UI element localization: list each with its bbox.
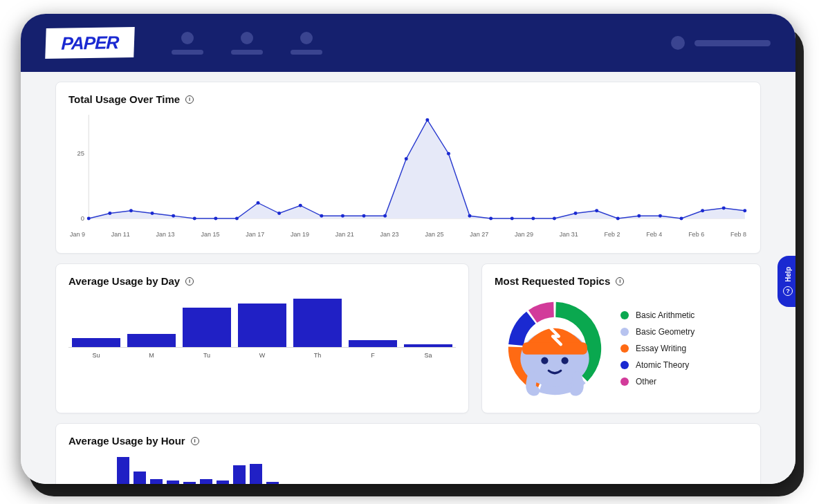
legend-swatch bbox=[620, 377, 629, 386]
svg-point-18 bbox=[383, 214, 387, 218]
day-bar bbox=[72, 338, 120, 347]
hour-bar bbox=[250, 464, 262, 485]
info-icon[interactable]: i bbox=[185, 95, 194, 104]
topics-legend: Basic ArithmeticBasic GeometryEssay Writ… bbox=[620, 310, 694, 386]
x-tick-label: Feb 4 bbox=[646, 231, 662, 238]
svg-point-9 bbox=[193, 217, 196, 221]
legend-swatch bbox=[620, 328, 629, 336]
x-tick-label: Jan 27 bbox=[470, 231, 488, 238]
x-tick-label: Jan 29 bbox=[515, 231, 533, 238]
svg-point-8 bbox=[172, 214, 175, 218]
svg-point-19 bbox=[405, 157, 408, 160]
info-icon[interactable]: i bbox=[185, 277, 194, 286]
title-usage-by-day: Average Usage by Day bbox=[68, 275, 180, 287]
svg-point-17 bbox=[362, 214, 366, 218]
day-label: Th bbox=[290, 352, 345, 359]
day-label: Su bbox=[68, 352, 124, 359]
nav-item-2[interactable] bbox=[231, 32, 263, 55]
info-icon[interactable]: i bbox=[616, 277, 624, 286]
user-menu[interactable] bbox=[671, 36, 771, 50]
svg-point-29 bbox=[616, 217, 620, 221]
brand-logo-text: PAPER bbox=[61, 32, 119, 54]
legend-label: Essay Writing bbox=[636, 344, 686, 353]
svg-point-38 bbox=[541, 357, 548, 364]
x-tick-label: Jan 17 bbox=[246, 231, 264, 238]
legend-item: Basic Geometry bbox=[620, 327, 694, 337]
legend-label: Other bbox=[636, 377, 656, 386]
info-icon[interactable]: i bbox=[191, 437, 199, 445]
x-tick-label: Jan 31 bbox=[560, 231, 578, 238]
day-label: W bbox=[234, 352, 290, 359]
card-usage-by-day: Average Usage by Day i SuMTuWThFSa bbox=[55, 263, 469, 413]
chart-usage-over-time: 025 Jan 9Jan 11Jan 13Jan 15Jan 17Jan 19J… bbox=[68, 111, 748, 242]
svg-point-7 bbox=[151, 212, 154, 215]
chart-topics-donut bbox=[504, 298, 605, 399]
legend-swatch bbox=[620, 311, 629, 319]
hour-bar bbox=[117, 457, 129, 484]
brand-logo[interactable]: PAPER bbox=[45, 27, 135, 59]
svg-point-15 bbox=[320, 214, 323, 218]
svg-point-24 bbox=[510, 217, 514, 221]
dashboard-content: Total Usage Over Time i 025 Jan 9Jan 11J… bbox=[21, 72, 795, 484]
hour-bar bbox=[217, 480, 229, 484]
svg-point-31 bbox=[659, 214, 662, 218]
hour-bar bbox=[183, 482, 196, 484]
nav-item-1[interactable] bbox=[172, 32, 203, 55]
legend-swatch bbox=[620, 361, 629, 369]
x-tick-label: Jan 9 bbox=[70, 231, 85, 238]
legend-label: Basic Geometry bbox=[636, 327, 694, 337]
svg-point-13 bbox=[277, 212, 281, 215]
avatar-icon bbox=[671, 36, 685, 50]
legend-item: Essay Writing bbox=[620, 344, 694, 353]
day-bar bbox=[238, 304, 286, 347]
hour-bar bbox=[134, 472, 146, 484]
svg-point-32 bbox=[680, 217, 683, 221]
x-tick-label: Jan 19 bbox=[291, 231, 309, 238]
svg-point-21 bbox=[447, 152, 450, 156]
mascot-icon bbox=[504, 298, 605, 399]
svg-point-5 bbox=[108, 212, 111, 215]
day-bar bbox=[349, 340, 397, 347]
x-tick-label: Jan 11 bbox=[111, 231, 130, 238]
x-tick-label: Feb 8 bbox=[730, 231, 746, 238]
svg-point-12 bbox=[257, 201, 260, 205]
user-placeholder bbox=[694, 40, 771, 46]
nav-group bbox=[172, 32, 322, 55]
legend-swatch bbox=[620, 344, 629, 353]
x-tick-label: Jan 13 bbox=[156, 231, 175, 238]
legend-item: Basic Arithmetic bbox=[620, 310, 694, 320]
legend-label: Atomic Theory bbox=[636, 360, 689, 370]
day-label: M bbox=[124, 352, 179, 359]
hour-bar bbox=[266, 482, 279, 484]
day-bar bbox=[127, 334, 176, 347]
day-label: F bbox=[345, 352, 401, 359]
device-frame: PAPER Total Usage Over Time i 025 Jan 9J… bbox=[21, 14, 795, 484]
day-bar bbox=[404, 344, 452, 347]
hour-bar bbox=[200, 479, 212, 484]
x-tick-label: Jan 25 bbox=[425, 231, 443, 238]
help-label: Help bbox=[784, 267, 792, 282]
top-nav: PAPER bbox=[21, 14, 795, 72]
day-label: Sa bbox=[401, 352, 456, 359]
help-tab[interactable]: Help ? bbox=[777, 256, 795, 307]
svg-point-14 bbox=[299, 204, 302, 207]
svg-point-25 bbox=[531, 217, 535, 221]
svg-point-4 bbox=[87, 217, 91, 221]
title-usage-over-time: Total Usage Over Time bbox=[68, 93, 180, 105]
card-usage-by-hour: Average Usage by Hour i bbox=[55, 423, 761, 484]
svg-point-16 bbox=[341, 214, 344, 218]
card-topics: Most Requested Topics i bbox=[481, 263, 761, 413]
x-tick-label: Feb 6 bbox=[688, 231, 704, 238]
nav-item-3[interactable] bbox=[291, 32, 322, 55]
svg-point-10 bbox=[214, 217, 217, 221]
day-bar bbox=[293, 299, 342, 347]
title-topics: Most Requested Topics bbox=[495, 275, 610, 287]
svg-point-22 bbox=[468, 214, 472, 218]
x-tick-label: Feb 2 bbox=[605, 231, 620, 238]
svg-point-11 bbox=[235, 217, 239, 221]
svg-text:0: 0 bbox=[81, 215, 84, 222]
legend-item: Other bbox=[620, 377, 694, 386]
chart-usage-by-hour bbox=[68, 452, 748, 484]
svg-point-26 bbox=[553, 217, 556, 221]
legend-label: Basic Arithmetic bbox=[636, 310, 694, 320]
